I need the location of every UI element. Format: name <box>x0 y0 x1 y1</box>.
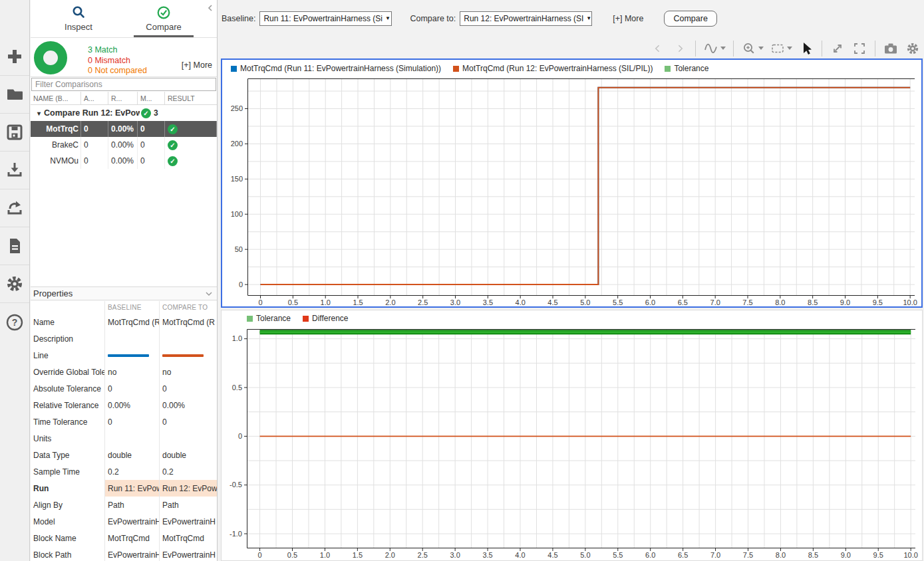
plot-settings-button[interactable] <box>905 40 921 57</box>
property-row[interactable]: Override Global Tolenono <box>31 364 217 380</box>
nav-back-icon <box>653 43 663 54</box>
legend-label: Tolerance <box>256 314 291 323</box>
not-compared-count: 0 Not compared <box>88 66 147 76</box>
svg-text:2.0: 2.0 <box>385 298 395 306</box>
data-cursor-icon <box>704 41 718 56</box>
collapse-panel-button[interactable] <box>206 3 214 15</box>
property-compare-value: Path <box>160 497 217 513</box>
legend-item[interactable]: MotTrqCmd (Run 11: EvPowertrainHarness (… <box>231 64 441 73</box>
pass-check-icon: ✓ <box>141 108 151 118</box>
cell-max: 0 <box>138 137 165 153</box>
comparison-row[interactable]: BrakeC00.00%0✓ <box>31 137 217 153</box>
property-row[interactable]: ModelEvPowertrainHEvPowertrainH <box>31 513 217 530</box>
comparison-row[interactable]: MotTrqC00.00%0✓ <box>31 121 217 137</box>
properties-title: Properties <box>33 288 73 298</box>
property-row[interactable]: Description <box>31 330 217 347</box>
cell-abs: 0 <box>81 137 108 153</box>
expand-triangle-icon: ▾ <box>37 110 41 117</box>
difference-plot-panel[interactable]: ToleranceDifference 00.51.01.52.02.53.03… <box>221 310 923 561</box>
property-row[interactable]: Align ByPathPath <box>31 497 217 513</box>
property-row[interactable]: Time Tolerance00 <box>31 413 217 430</box>
svg-text:8.5: 8.5 <box>808 298 818 306</box>
fullscreen-icon <box>853 42 866 55</box>
column-header[interactable]: M... <box>138 92 165 104</box>
dropdown-caret-icon: ▼ <box>385 15 390 21</box>
svg-text:1.0: 1.0 <box>232 334 242 342</box>
pointer-tool-button[interactable] <box>798 40 814 57</box>
tab-inspect[interactable]: Inspect <box>36 0 121 37</box>
property-row[interactable]: Sample Time0.20.2 <box>31 463 217 480</box>
column-header[interactable]: R... <box>108 92 138 104</box>
dropdown-caret-icon[interactable] <box>758 47 764 51</box>
property-baseline-value: double <box>105 447 160 463</box>
compare-side-panel: Inspect Compare 3 Match 0 Mismatch 0 Not… <box>31 0 218 561</box>
zoom-in-button[interactable] <box>741 40 757 57</box>
property-row[interactable]: Block NameMotTrqCmdMotTrqCmd <box>31 530 217 546</box>
tab-compare[interactable]: Compare <box>121 0 206 37</box>
property-label: Sample Time <box>31 463 105 480</box>
fullscreen-button[interactable] <box>851 40 867 57</box>
cell-result: ✓ <box>165 121 217 137</box>
svg-text:?: ? <box>12 317 18 328</box>
import-button[interactable] <box>0 152 29 189</box>
comparison-plot-legend: MotTrqCmd (Run 11: EvPowertrainHarness (… <box>222 60 921 77</box>
comparison-row[interactable]: NVMOu00.00%0✓ <box>31 153 217 169</box>
snapshot-button[interactable] <box>883 40 899 57</box>
legend-item[interactable]: Tolerance <box>665 64 708 73</box>
compare-run-dropdown[interactable]: Run 12: EvPowertrainHarness (SI▼ <box>460 11 592 26</box>
tab-compare-label: Compare <box>146 22 181 32</box>
open-button[interactable] <box>0 76 29 114</box>
expand-plot-button[interactable] <box>830 40 846 57</box>
baseline-line-swatch <box>108 354 149 357</box>
property-baseline-value: Run 11: EvPow <box>105 480 160 497</box>
preferences-button[interactable] <box>0 265 29 303</box>
save-button[interactable] <box>0 114 29 152</box>
compare-button[interactable]: Compare <box>664 11 716 27</box>
legend-item[interactable]: Difference <box>303 314 348 323</box>
property-row[interactable]: Block PathEvPowertrainHEvPowertrainH <box>31 546 217 561</box>
help-button[interactable]: ? <box>0 303 29 341</box>
report-button[interactable] <box>0 227 29 265</box>
data-cursor-button[interactable] <box>703 40 719 57</box>
dropdown-caret-icon[interactable] <box>720 47 726 51</box>
svg-text:8.0: 8.0 <box>776 551 786 559</box>
comparison-plot[interactable]: 00.51.01.52.02.53.03.54.04.55.05.56.06.5… <box>222 77 920 306</box>
legend-item[interactable]: MotTrqCmd (Run 12: EvPowertrainHarness (… <box>453 64 653 73</box>
comparison-group-row[interactable]: ▾ Compare Run 12: EvPowertrainH ✓ 3 <box>31 105 217 121</box>
column-header[interactable]: A... <box>81 92 108 104</box>
filter-comparisons-input[interactable] <box>31 78 216 91</box>
dropdown-caret-icon[interactable] <box>787 47 792 51</box>
legend-item[interactable]: Tolerance <box>247 314 291 323</box>
group-label: Compare Run 12: EvPowertrainH <box>44 108 140 118</box>
zoom-region-button[interactable] <box>770 40 786 57</box>
property-row[interactable]: Absolute Tolerance00 <box>31 380 217 397</box>
svg-text:10.0: 10.0 <box>903 551 917 559</box>
svg-text:2.5: 2.5 <box>418 551 428 559</box>
dropdown-caret-icon: ▼ <box>586 15 591 21</box>
column-header[interactable]: NAME (B... <box>31 92 81 104</box>
property-row[interactable]: RunRun 11: EvPowRun 12: EvPow <box>31 480 217 497</box>
property-row[interactable]: Data Typedoubledouble <box>31 447 217 463</box>
nav-forward-button[interactable] <box>672 40 688 57</box>
summary-more-link[interactable]: [+] More <box>182 60 212 70</box>
properties-header[interactable]: Properties <box>31 286 217 300</box>
baseline-run-dropdown[interactable]: Run 11: EvPowertrainHarness (Si▼ <box>259 11 392 26</box>
properties-columns: BASELINE COMPARE TO <box>31 301 217 314</box>
export-button[interactable] <box>0 189 29 227</box>
svg-text:2.5: 2.5 <box>418 298 428 306</box>
comparison-plot-panel[interactable]: MotTrqCmd (Run 11: EvPowertrainHarness (… <box>221 58 923 308</box>
svg-text:0: 0 <box>258 298 262 306</box>
legend-swatch <box>247 316 253 322</box>
more-options-link[interactable]: [+] More <box>613 14 643 23</box>
svg-text:7.5: 7.5 <box>743 551 753 559</box>
column-header[interactable]: RESULT <box>165 92 217 104</box>
difference-plot[interactable]: 00.51.01.52.02.53.03.54.04.55.05.56.06.5… <box>222 326 921 561</box>
nav-back-button[interactable] <box>650 40 666 57</box>
property-row[interactable]: Units <box>31 430 217 447</box>
property-row[interactable]: Line <box>31 347 217 364</box>
property-row[interactable]: NameMotTrqCmd (RMotTrqCmd (R <box>31 314 217 330</box>
svg-text:3.5: 3.5 <box>483 298 493 306</box>
property-row[interactable]: Relative Tolerance0.00%0.00% <box>31 397 217 413</box>
add-button[interactable] <box>0 38 29 76</box>
svg-text:5.0: 5.0 <box>580 298 590 306</box>
